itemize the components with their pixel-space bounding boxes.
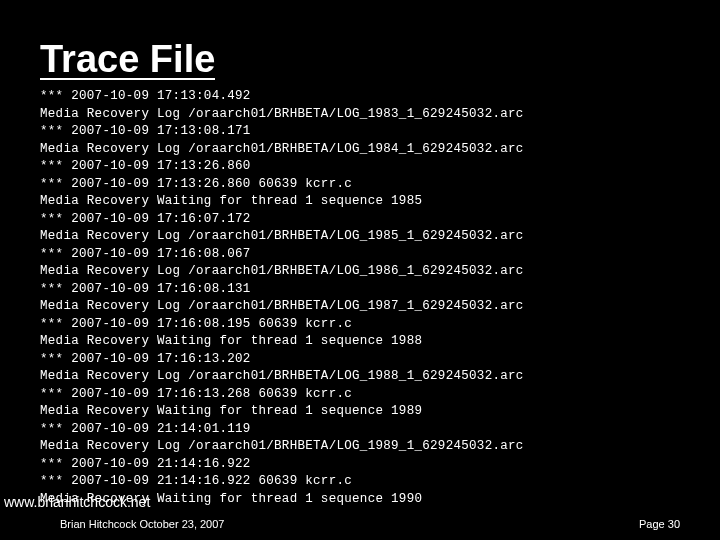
trace-line: *** 2007-10-09 17:13:08.171	[40, 123, 700, 141]
trace-line: Media Recovery Log /oraarch01/BRHBETA/LO…	[40, 106, 700, 124]
trace-line: Media Recovery Waiting for thread 1 sequ…	[40, 403, 700, 421]
footer-page-number: Page 30	[639, 518, 680, 530]
footer-author-date: Brian Hitchcock October 23, 2007	[60, 518, 224, 530]
trace-line: Media Recovery Log /oraarch01/BRHBETA/LO…	[40, 263, 700, 281]
trace-line: Media Recovery Log /oraarch01/BRHBETA/LO…	[40, 298, 700, 316]
trace-line: Media Recovery Waiting for thread 1 sequ…	[40, 333, 700, 351]
trace-line: *** 2007-10-09 17:16:08.195 60639 kcrr.c	[40, 316, 700, 334]
trace-line: *** 2007-10-09 17:13:04.492	[40, 88, 700, 106]
slide-title: Trace File	[40, 40, 215, 80]
trace-line: *** 2007-10-09 17:13:26.860	[40, 158, 700, 176]
trace-line: *** 2007-10-09 17:16:08.131	[40, 281, 700, 299]
trace-line: *** 2007-10-09 17:16:07.172	[40, 211, 700, 229]
trace-line: *** 2007-10-09 17:16:13.268 60639 kcrr.c	[40, 386, 700, 404]
trace-line: Media Recovery Waiting for thread 1 sequ…	[40, 193, 700, 211]
slide: Trace File *** 2007-10-09 17:13:04.492Me…	[0, 0, 720, 540]
trace-line: *** 2007-10-09 21:14:01.119	[40, 421, 700, 439]
trace-file-content: *** 2007-10-09 17:13:04.492Media Recover…	[40, 88, 700, 508]
trace-line: *** 2007-10-09 17:13:26.860 60639 kcrr.c	[40, 176, 700, 194]
trace-line: Media Recovery Log /oraarch01/BRHBETA/LO…	[40, 368, 700, 386]
trace-line: *** 2007-10-09 21:14:16.922 60639 kcrr.c	[40, 473, 700, 491]
trace-line: *** 2007-10-09 21:14:16.922	[40, 456, 700, 474]
trace-line: Media Recovery Log /oraarch01/BRHBETA/LO…	[40, 228, 700, 246]
trace-line: *** 2007-10-09 17:16:08.067	[40, 246, 700, 264]
footer-url: www.brianhitchcock.net	[4, 494, 150, 510]
trace-line: *** 2007-10-09 17:16:13.202	[40, 351, 700, 369]
trace-line: Media Recovery Log /oraarch01/BRHBETA/LO…	[40, 438, 700, 456]
trace-line: Media Recovery Log /oraarch01/BRHBETA/LO…	[40, 141, 700, 159]
